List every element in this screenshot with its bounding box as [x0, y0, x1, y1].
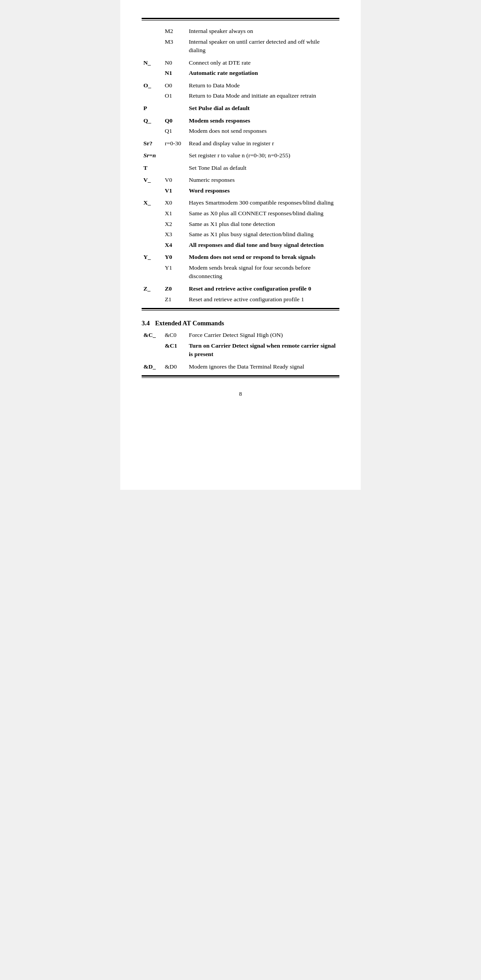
- table-row: X2Same as X1 plus dial tone detection: [142, 219, 339, 230]
- table-row: &C_&C0Force Carrier Detect Signal High (…: [142, 330, 339, 340]
- section-divider: [142, 308, 339, 311]
- cmd-cell: [142, 37, 163, 56]
- cmd-cell: [142, 229, 163, 240]
- code-cell: V1: [163, 185, 187, 196]
- code-cell: Z1: [163, 294, 187, 305]
- cmd-cell: Z_: [142, 282, 163, 294]
- table-row: N1Automatic rate negotiation: [142, 68, 339, 78]
- table-row: O_O0Return to Data Mode: [142, 78, 339, 91]
- cmd-cell: O_: [142, 78, 163, 91]
- code-cell: &C0: [163, 330, 187, 340]
- cmd-cell: Q_: [142, 114, 163, 126]
- cmd-cell: &D_: [142, 360, 163, 372]
- desc-cell: Automatic rate negotiation: [187, 68, 339, 78]
- desc-cell: Internal speaker on until carrier detect…: [187, 37, 339, 56]
- desc-cell: Modem ignores the Data Terminal Ready si…: [187, 360, 339, 372]
- desc-cell: All responses and dial tone and busy sig…: [187, 240, 339, 250]
- code-cell: O0: [163, 78, 187, 91]
- code-cell: N0: [163, 56, 187, 68]
- desc-cell: Modem sends responses: [187, 114, 339, 126]
- desc-cell: Set Pulse dial as default: [187, 101, 339, 114]
- desc-cell: Modem sends break signal for four second…: [187, 262, 339, 282]
- desc-cell: Return to Data Mode: [187, 78, 339, 91]
- cmd-cell: P: [142, 101, 163, 114]
- cmd-cell: Sr=n: [142, 148, 163, 161]
- desc-cell: Read and display value in register r: [187, 136, 339, 149]
- table-row: Z1Reset and retrieve active configuratio…: [142, 294, 339, 305]
- cmd-cell: Sr?: [142, 136, 163, 149]
- desc-cell: Turn on Carrier Detect signal when remot…: [187, 340, 339, 360]
- table-row: X4All responses and dial tone and busy s…: [142, 240, 339, 250]
- code-cell: X1: [163, 208, 187, 219]
- table-row: TSet Tone Dial as default: [142, 161, 339, 173]
- top-border: [142, 18, 339, 21]
- desc-cell: Same as X0 plus all CONNECT responses/bl…: [187, 208, 339, 219]
- desc-cell: Hayes Smartmodem 300 compatible response…: [187, 196, 339, 208]
- extended-command-table: &C_&C0Force Carrier Detect Signal High (…: [142, 330, 339, 372]
- cmd-cell: V_: [142, 173, 163, 185]
- desc-cell: Numeric responses: [187, 173, 339, 185]
- cmd-cell: N_: [142, 56, 163, 68]
- code-cell: X4: [163, 240, 187, 250]
- table-row: Q1Modem does not send responses: [142, 126, 339, 136]
- code-cell: M3: [163, 37, 187, 56]
- code-cell: M2: [163, 26, 187, 37]
- cmd-cell: [142, 340, 163, 360]
- table-row: Z_Z0Reset and retrieve active configurat…: [142, 282, 339, 294]
- desc-cell: Same as X1 plus busy signal detection/bl…: [187, 229, 339, 240]
- code-cell: &C1: [163, 340, 187, 360]
- cmd-cell: [142, 240, 163, 250]
- table-row: X1Same as X0 plus all CONNECT responses/…: [142, 208, 339, 219]
- command-table: M2Internal speaker always onM3Internal s…: [142, 26, 339, 304]
- desc-cell: Modem does not send or respond to break …: [187, 250, 339, 262]
- code-cell: Y0: [163, 250, 187, 262]
- table-row: V_V0Numeric responses: [142, 173, 339, 185]
- cmd-cell: [142, 126, 163, 136]
- table-row: M3Internal speaker on until carrier dete…: [142, 37, 339, 56]
- desc-cell: Modem does not send responses: [187, 126, 339, 136]
- table-row: Q_Q0Modem sends responses: [142, 114, 339, 126]
- code-cell: O1: [163, 90, 187, 101]
- code-cell: Z0: [163, 282, 187, 294]
- page-number: 8: [142, 390, 339, 398]
- desc-cell: Reset and retrieve active configuration …: [187, 294, 339, 305]
- table-row: PSet Pulse dial as default: [142, 101, 339, 114]
- code-cell: V0: [163, 173, 187, 185]
- table-row: M2Internal speaker always on: [142, 26, 339, 37]
- code-cell: [163, 101, 187, 114]
- code-cell: [163, 161, 187, 173]
- cmd-cell: Y_: [142, 250, 163, 262]
- section-number: 3.4: [142, 320, 150, 327]
- bottom-divider: [142, 375, 339, 378]
- desc-cell: Word responses: [187, 185, 339, 196]
- desc-cell: Reset and retrieve active configuration …: [187, 282, 339, 294]
- desc-cell: Set register r to value n (r=0-30; n=0-2…: [187, 148, 339, 161]
- cmd-cell: [142, 262, 163, 282]
- code-cell: Q1: [163, 126, 187, 136]
- cmd-cell: T: [142, 161, 163, 173]
- cmd-cell: [142, 90, 163, 101]
- table-row: Y_Y0Modem does not send or respond to br…: [142, 250, 339, 262]
- code-cell: N1: [163, 68, 187, 78]
- table-row: &C1Turn on Carrier Detect signal when re…: [142, 340, 339, 360]
- section-34-header: 3.4 Extended AT Commands: [142, 315, 339, 330]
- code-cell: Q0: [163, 114, 187, 126]
- cmd-cell: &C_: [142, 330, 163, 340]
- desc-cell: Connect only at DTE rate: [187, 56, 339, 68]
- desc-cell: Force Carrier Detect Signal High (ON): [187, 330, 339, 340]
- cmd-cell: [142, 219, 163, 230]
- desc-cell: Same as X1 plus dial tone detection: [187, 219, 339, 230]
- code-cell: X0: [163, 196, 187, 208]
- section-title: Extended AT Commands: [155, 320, 224, 327]
- table-row: O1Return to Data Mode and initiate an eq…: [142, 90, 339, 101]
- cmd-cell: [142, 26, 163, 37]
- table-row: X_X0Hayes Smartmodem 300 compatible resp…: [142, 196, 339, 208]
- cmd-cell: X_: [142, 196, 163, 208]
- page: M2Internal speaker always onM3Internal s…: [120, 0, 361, 490]
- table-row: Y1Modem sends break signal for four seco…: [142, 262, 339, 282]
- desc-cell: Return to Data Mode and initiate an equa…: [187, 90, 339, 101]
- cmd-cell: [142, 185, 163, 196]
- table-row: Sr?r=0-30Read and display value in regis…: [142, 136, 339, 149]
- code-cell: X2: [163, 219, 187, 230]
- code-cell: r=0-30: [163, 136, 187, 149]
